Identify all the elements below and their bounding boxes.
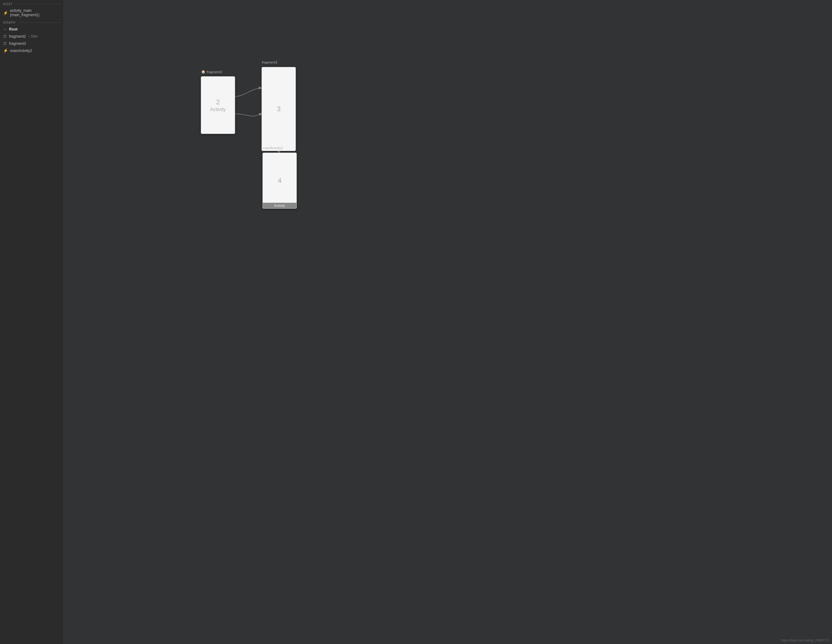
sidebar-item-fragment3[interactable]: 🗋 fragment3 <box>0 40 64 47</box>
url-bar: https://blog.csdn.net/qq_29983773 <box>781 639 829 642</box>
mainactivity2-label: mainActivity2 <box>10 48 32 53</box>
node-mainactivity2-label: mainActivity2 <box>263 146 283 150</box>
sidebar-item-fragment2[interactable]: 🗋 fragment2 – Start <box>0 33 64 40</box>
host-section-header: HOST <box>0 0 64 7</box>
canvas-area: 🏠 fragment2 2 Activity fragment3 3 mainA… <box>64 0 832 644</box>
node-mainactivity2[interactable]: mainActivity2 4 Activity <box>262 152 297 209</box>
fragment2-badge: – Start <box>28 35 37 38</box>
root-label: Root <box>9 27 18 32</box>
fragment3-label: fragment3 <box>9 42 26 46</box>
arrow-fragment2-fragment3-lower <box>235 113 262 116</box>
node-fragment3-label: fragment3 <box>262 61 277 64</box>
node-fragment3-number: 3 <box>277 105 280 113</box>
node-fragment2-number: 2 <box>216 98 220 106</box>
node-fragment2[interactable]: 🏠 fragment2 2 Activity <box>201 76 235 134</box>
home-icon: 🏠 <box>201 70 205 74</box>
back-arrow-icon: ← <box>3 27 7 32</box>
fragment2-icon: 🗋 <box>3 34 7 38</box>
graph-label: GRAPH <box>3 21 16 24</box>
host-label: HOST <box>3 3 13 6</box>
node-fragment2-label: 🏠 fragment2 <box>201 70 222 74</box>
main-canvas: 🏠 fragment2 2 Activity fragment3 3 mainA… <box>64 0 832 644</box>
graph-section-header: GRAPH <box>0 18 64 26</box>
node-mainactivity2-number: 4 <box>278 176 282 185</box>
activity-main-icon: ⚡ <box>3 11 8 15</box>
mainactivity2-icon: ⚡ <box>3 48 8 53</box>
arrows-overlay <box>64 0 832 644</box>
fragment2-label: fragment2 <box>9 34 26 38</box>
node-mainactivity2-footer: Activity <box>263 203 296 208</box>
sidebar-item-activity-main[interactable]: ⚡ activity_main (main_fragment1) <box>0 7 64 18</box>
node-fragment2-text: Activity <box>210 107 226 112</box>
sidebar-item-mainactivity2[interactable]: ⚡ mainActivity2 <box>0 47 64 54</box>
activity-main-label: activity_main (main_fragment1) <box>10 8 61 17</box>
sidebar: HOST ⚡ activity_main (main_fragment1) GR… <box>0 0 64 644</box>
url-text: https://blog.csdn.net/qq_29983773 <box>781 639 829 642</box>
node-fragment3[interactable]: fragment3 3 <box>262 67 296 151</box>
fragment3-icon: 🗋 <box>3 41 7 46</box>
arrow-fragment2-fragment3-upper <box>235 88 262 96</box>
sidebar-item-root[interactable]: ← Root <box>0 26 64 33</box>
